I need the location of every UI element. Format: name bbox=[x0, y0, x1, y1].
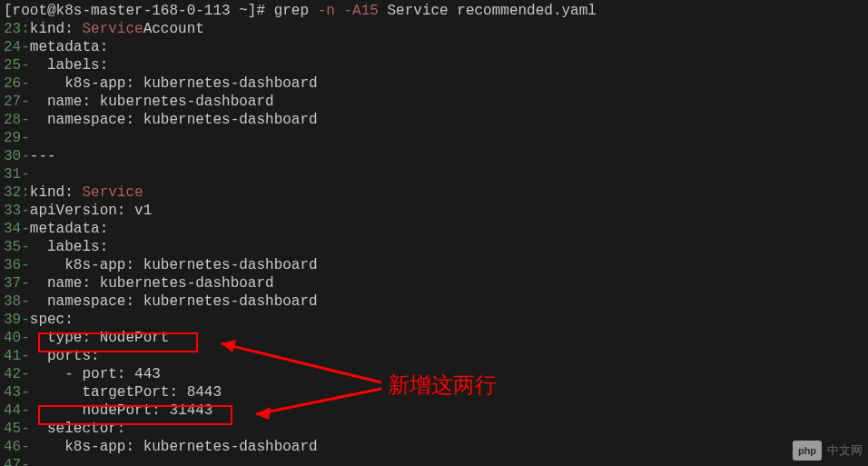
output-line: 34-metadata: bbox=[4, 220, 864, 238]
output-line: 43- targetPort: 8443 bbox=[4, 383, 864, 402]
output-line: 28- namespace: kubernetes-dashboard bbox=[4, 111, 864, 129]
output-line: 45- selector: bbox=[4, 420, 864, 438]
output-line: 37- name: kubernetes-dashboard bbox=[4, 274, 864, 292]
output-line: 41- ports: bbox=[4, 347, 864, 365]
watermark-logo: php bbox=[793, 441, 822, 461]
output-line: 26- k8s-app: kubernetes-dashboard bbox=[4, 74, 864, 93]
output-line: 27- name: kubernetes-dashboard bbox=[4, 93, 864, 111]
output-line: 31- bbox=[4, 165, 864, 183]
watermark: php 中文网 bbox=[793, 441, 863, 461]
output-line: 32:kind: Service bbox=[4, 183, 864, 202]
output-line: 24-metadata: bbox=[4, 38, 864, 56]
output-line: 46- k8s-app: kubernetes-dashboard bbox=[4, 438, 864, 456]
output-line: 44- nodePort: 31443 bbox=[4, 402, 864, 420]
output-line: 36- k8s-app: kubernetes-dashboard bbox=[4, 256, 864, 274]
output-line: 29- bbox=[4, 129, 864, 147]
command-line: [root@k8s-master-168-0-113 ~]# grep -n -… bbox=[4, 2, 864, 20]
output-line: 38- namespace: kubernetes-dashboard bbox=[4, 292, 864, 311]
output-line: 30---- bbox=[4, 147, 864, 165]
output-line: 39-spec: bbox=[4, 311, 864, 329]
output-line: 35- labels: bbox=[4, 238, 864, 256]
terminal-output: [root@k8s-master-168-0-113 ~]# grep -n -… bbox=[4, 2, 864, 466]
output-line: 25- labels: bbox=[4, 56, 864, 74]
output-line: 33-apiVersion: v1 bbox=[4, 202, 864, 220]
watermark-text: 中文网 bbox=[827, 442, 863, 459]
output-line: 23:kind: ServiceAccount bbox=[4, 20, 864, 38]
output-line: 47- bbox=[4, 456, 864, 466]
output-line: 40- type: NodePort bbox=[4, 329, 864, 347]
output-line: 42- - port: 443 bbox=[4, 365, 864, 383]
